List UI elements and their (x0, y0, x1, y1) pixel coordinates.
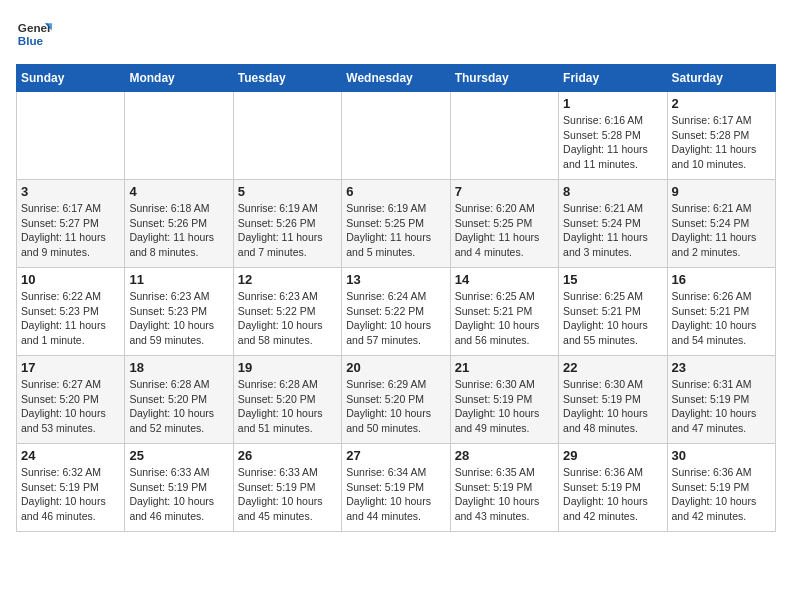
day-number: 6 (346, 184, 445, 199)
day-of-week-header: Sunday (17, 65, 125, 92)
day-info: Sunrise: 6:19 AM Sunset: 5:25 PM Dayligh… (346, 201, 445, 260)
day-info: Sunrise: 6:20 AM Sunset: 5:25 PM Dayligh… (455, 201, 554, 260)
day-info: Sunrise: 6:34 AM Sunset: 5:19 PM Dayligh… (346, 465, 445, 524)
day-info: Sunrise: 6:24 AM Sunset: 5:22 PM Dayligh… (346, 289, 445, 348)
calendar-cell (342, 92, 450, 180)
day-info: Sunrise: 6:31 AM Sunset: 5:19 PM Dayligh… (672, 377, 771, 436)
day-number: 30 (672, 448, 771, 463)
calendar-week-row: 1Sunrise: 6:16 AM Sunset: 5:28 PM Daylig… (17, 92, 776, 180)
logo-icon: General Blue (16, 16, 52, 52)
day-of-week-header: Friday (559, 65, 667, 92)
day-info: Sunrise: 6:36 AM Sunset: 5:19 PM Dayligh… (672, 465, 771, 524)
day-number: 25 (129, 448, 228, 463)
calendar-cell: 11Sunrise: 6:23 AM Sunset: 5:23 PM Dayli… (125, 268, 233, 356)
page-header: General Blue (16, 16, 776, 52)
day-of-week-header: Monday (125, 65, 233, 92)
calendar-cell: 7Sunrise: 6:20 AM Sunset: 5:25 PM Daylig… (450, 180, 558, 268)
calendar-cell: 3Sunrise: 6:17 AM Sunset: 5:27 PM Daylig… (17, 180, 125, 268)
calendar-cell: 20Sunrise: 6:29 AM Sunset: 5:20 PM Dayli… (342, 356, 450, 444)
day-info: Sunrise: 6:21 AM Sunset: 5:24 PM Dayligh… (563, 201, 662, 260)
calendar-cell: 23Sunrise: 6:31 AM Sunset: 5:19 PM Dayli… (667, 356, 775, 444)
day-number: 26 (238, 448, 337, 463)
calendar-cell: 30Sunrise: 6:36 AM Sunset: 5:19 PM Dayli… (667, 444, 775, 532)
day-number: 14 (455, 272, 554, 287)
day-info: Sunrise: 6:19 AM Sunset: 5:26 PM Dayligh… (238, 201, 337, 260)
calendar-cell (17, 92, 125, 180)
day-info: Sunrise: 6:32 AM Sunset: 5:19 PM Dayligh… (21, 465, 120, 524)
calendar-cell: 13Sunrise: 6:24 AM Sunset: 5:22 PM Dayli… (342, 268, 450, 356)
calendar-cell (125, 92, 233, 180)
calendar-cell: 26Sunrise: 6:33 AM Sunset: 5:19 PM Dayli… (233, 444, 341, 532)
day-number: 28 (455, 448, 554, 463)
day-number: 11 (129, 272, 228, 287)
day-info: Sunrise: 6:29 AM Sunset: 5:20 PM Dayligh… (346, 377, 445, 436)
calendar-cell: 4Sunrise: 6:18 AM Sunset: 5:26 PM Daylig… (125, 180, 233, 268)
day-number: 7 (455, 184, 554, 199)
calendar-cell: 24Sunrise: 6:32 AM Sunset: 5:19 PM Dayli… (17, 444, 125, 532)
calendar-cell (450, 92, 558, 180)
day-number: 23 (672, 360, 771, 375)
calendar-cell: 15Sunrise: 6:25 AM Sunset: 5:21 PM Dayli… (559, 268, 667, 356)
day-number: 1 (563, 96, 662, 111)
day-number: 17 (21, 360, 120, 375)
calendar-cell: 16Sunrise: 6:26 AM Sunset: 5:21 PM Dayli… (667, 268, 775, 356)
calendar-table: SundayMondayTuesdayWednesdayThursdayFrid… (16, 64, 776, 532)
day-info: Sunrise: 6:30 AM Sunset: 5:19 PM Dayligh… (455, 377, 554, 436)
day-number: 22 (563, 360, 662, 375)
calendar-cell: 12Sunrise: 6:23 AM Sunset: 5:22 PM Dayli… (233, 268, 341, 356)
day-info: Sunrise: 6:26 AM Sunset: 5:21 PM Dayligh… (672, 289, 771, 348)
day-info: Sunrise: 6:33 AM Sunset: 5:19 PM Dayligh… (238, 465, 337, 524)
day-info: Sunrise: 6:21 AM Sunset: 5:24 PM Dayligh… (672, 201, 771, 260)
day-number: 29 (563, 448, 662, 463)
day-info: Sunrise: 6:35 AM Sunset: 5:19 PM Dayligh… (455, 465, 554, 524)
calendar-cell: 29Sunrise: 6:36 AM Sunset: 5:19 PM Dayli… (559, 444, 667, 532)
calendar-week-row: 3Sunrise: 6:17 AM Sunset: 5:27 PM Daylig… (17, 180, 776, 268)
calendar-cell: 22Sunrise: 6:30 AM Sunset: 5:19 PM Dayli… (559, 356, 667, 444)
day-info: Sunrise: 6:33 AM Sunset: 5:19 PM Dayligh… (129, 465, 228, 524)
svg-text:General: General (18, 21, 52, 34)
day-info: Sunrise: 6:22 AM Sunset: 5:23 PM Dayligh… (21, 289, 120, 348)
calendar-week-row: 10Sunrise: 6:22 AM Sunset: 5:23 PM Dayli… (17, 268, 776, 356)
calendar-cell: 9Sunrise: 6:21 AM Sunset: 5:24 PM Daylig… (667, 180, 775, 268)
calendar-cell: 5Sunrise: 6:19 AM Sunset: 5:26 PM Daylig… (233, 180, 341, 268)
day-number: 8 (563, 184, 662, 199)
day-info: Sunrise: 6:16 AM Sunset: 5:28 PM Dayligh… (563, 113, 662, 172)
calendar-cell: 18Sunrise: 6:28 AM Sunset: 5:20 PM Dayli… (125, 356, 233, 444)
day-number: 18 (129, 360, 228, 375)
calendar-cell: 10Sunrise: 6:22 AM Sunset: 5:23 PM Dayli… (17, 268, 125, 356)
day-info: Sunrise: 6:23 AM Sunset: 5:22 PM Dayligh… (238, 289, 337, 348)
calendar-cell: 28Sunrise: 6:35 AM Sunset: 5:19 PM Dayli… (450, 444, 558, 532)
day-number: 5 (238, 184, 337, 199)
day-number: 21 (455, 360, 554, 375)
day-info: Sunrise: 6:18 AM Sunset: 5:26 PM Dayligh… (129, 201, 228, 260)
day-number: 13 (346, 272, 445, 287)
day-number: 12 (238, 272, 337, 287)
calendar-cell: 14Sunrise: 6:25 AM Sunset: 5:21 PM Dayli… (450, 268, 558, 356)
day-number: 24 (21, 448, 120, 463)
logo: General Blue (16, 16, 52, 52)
day-info: Sunrise: 6:36 AM Sunset: 5:19 PM Dayligh… (563, 465, 662, 524)
calendar-cell: 2Sunrise: 6:17 AM Sunset: 5:28 PM Daylig… (667, 92, 775, 180)
day-of-week-header: Wednesday (342, 65, 450, 92)
day-info: Sunrise: 6:17 AM Sunset: 5:28 PM Dayligh… (672, 113, 771, 172)
day-info: Sunrise: 6:17 AM Sunset: 5:27 PM Dayligh… (21, 201, 120, 260)
day-number: 27 (346, 448, 445, 463)
calendar-week-row: 17Sunrise: 6:27 AM Sunset: 5:20 PM Dayli… (17, 356, 776, 444)
day-number: 9 (672, 184, 771, 199)
day-number: 15 (563, 272, 662, 287)
calendar-cell: 17Sunrise: 6:27 AM Sunset: 5:20 PM Dayli… (17, 356, 125, 444)
calendar-cell: 19Sunrise: 6:28 AM Sunset: 5:20 PM Dayli… (233, 356, 341, 444)
calendar-cell: 1Sunrise: 6:16 AM Sunset: 5:28 PM Daylig… (559, 92, 667, 180)
calendar-cell: 25Sunrise: 6:33 AM Sunset: 5:19 PM Dayli… (125, 444, 233, 532)
svg-text:Blue: Blue (18, 34, 44, 47)
calendar-week-row: 24Sunrise: 6:32 AM Sunset: 5:19 PM Dayli… (17, 444, 776, 532)
day-number: 20 (346, 360, 445, 375)
calendar-header-row: SundayMondayTuesdayWednesdayThursdayFrid… (17, 65, 776, 92)
day-of-week-header: Tuesday (233, 65, 341, 92)
day-info: Sunrise: 6:27 AM Sunset: 5:20 PM Dayligh… (21, 377, 120, 436)
day-number: 4 (129, 184, 228, 199)
calendar-cell: 27Sunrise: 6:34 AM Sunset: 5:19 PM Dayli… (342, 444, 450, 532)
day-info: Sunrise: 6:25 AM Sunset: 5:21 PM Dayligh… (455, 289, 554, 348)
calendar-cell: 21Sunrise: 6:30 AM Sunset: 5:19 PM Dayli… (450, 356, 558, 444)
day-info: Sunrise: 6:28 AM Sunset: 5:20 PM Dayligh… (129, 377, 228, 436)
